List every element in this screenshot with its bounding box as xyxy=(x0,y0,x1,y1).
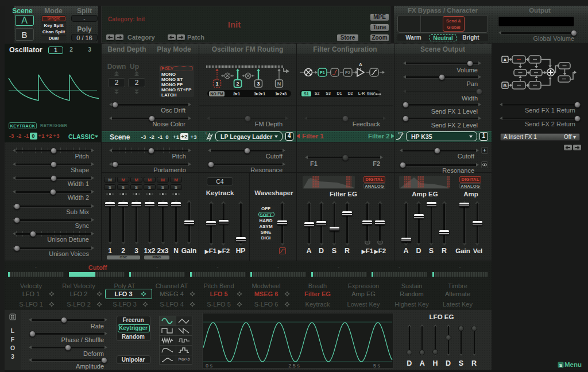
svg-text:F1: F1 xyxy=(320,70,325,75)
svg-text:A: A xyxy=(504,57,507,63)
svg-text:F2: F2 xyxy=(345,70,350,75)
svg-text:1: 1 xyxy=(215,81,218,87)
svg-text:N: N xyxy=(277,81,281,87)
svg-text:L: L xyxy=(206,131,207,135)
svg-text:3: 3 xyxy=(257,81,260,87)
svg-text:S: S xyxy=(559,363,563,368)
svg-text:A: A xyxy=(359,62,362,67)
svg-text:2: 2 xyxy=(236,81,239,87)
svg-text:B: B xyxy=(504,83,507,88)
